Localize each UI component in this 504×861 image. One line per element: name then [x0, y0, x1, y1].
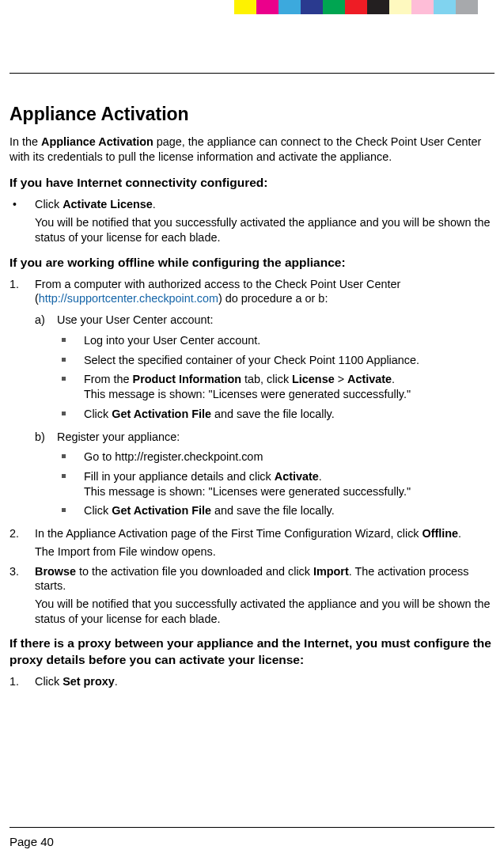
content: Appliance Activation In the Appliance Ac…: [9, 103, 495, 693]
colorbar: [234, 0, 478, 14]
option-a-bullets: Log into your User Center account. Selec…: [57, 333, 495, 422]
step-2: 2. In the Appliance Activation page of t…: [9, 526, 495, 559]
b-b2: Fill in your appliance details and click…: [57, 469, 495, 499]
intro-text: In the Appliance Activation page, the ap…: [9, 135, 495, 164]
a-b3: From the Product Information tab, click …: [57, 372, 495, 401]
section1-bullet: Click Activate License. You will be noti…: [9, 197, 495, 245]
section2-heading: If you are working offline while configu…: [9, 255, 495, 271]
proxy-step-1: 1. Click Set proxy.: [9, 674, 495, 689]
swatch-red: [345, 0, 367, 14]
top-divider: [9, 73, 495, 74]
step-3: 3. Browse to the activation file you dow…: [9, 564, 495, 627]
option-b: b) Register your appliance: Go to http:/…: [35, 430, 495, 519]
swatch-black: [367, 0, 389, 14]
b-b1: Go to http://register.checkpoint.com: [57, 449, 495, 465]
a-b1: Log into your User Center account.: [57, 333, 495, 348]
b-b3: Click Get Activation File and save the f…: [57, 503, 495, 518]
section1-list: Click Activate License. You will be noti…: [9, 197, 495, 245]
a-b2: Select the specified container of your C…: [57, 353, 495, 368]
swatch-green: [323, 0, 345, 14]
section1-heading: If you have Internet connectivity config…: [9, 175, 495, 191]
swatch-magenta: [256, 0, 279, 14]
swatch-gray: [456, 0, 478, 14]
support-link[interactable]: http://supportcenter.checkpoint.com: [39, 292, 218, 305]
section2-list: 1. From a computer with authorized acces…: [9, 277, 495, 627]
page-title: Appliance Activation: [9, 103, 495, 127]
page: Appliance Activation In the Appliance Ac…: [0, 0, 504, 861]
step-1: 1. From a computer with authorized acces…: [9, 277, 495, 518]
option-b-bullets: Go to http://register.checkpoint.com Fil…: [57, 449, 495, 518]
swatch-lightblue: [434, 0, 456, 14]
a-b4: Click Get Activation File and save the f…: [57, 407, 495, 422]
swatch-lightyellow: [389, 0, 411, 14]
bottom-divider: [9, 827, 495, 828]
step1-sublist: a) Use your User Center account: Log int…: [35, 313, 495, 518]
swatch-yellow: [234, 0, 256, 14]
section3-heading: If there is a proxy between your applian…: [9, 635, 495, 667]
option-a: a) Use your User Center account: Log int…: [35, 313, 495, 421]
swatch-cyan: [279, 0, 301, 14]
section3-list: 1. Click Set proxy.: [9, 674, 495, 689]
swatch-navy: [301, 0, 323, 14]
swatch-pink: [411, 0, 434, 14]
page-number: Page 40: [9, 835, 54, 848]
